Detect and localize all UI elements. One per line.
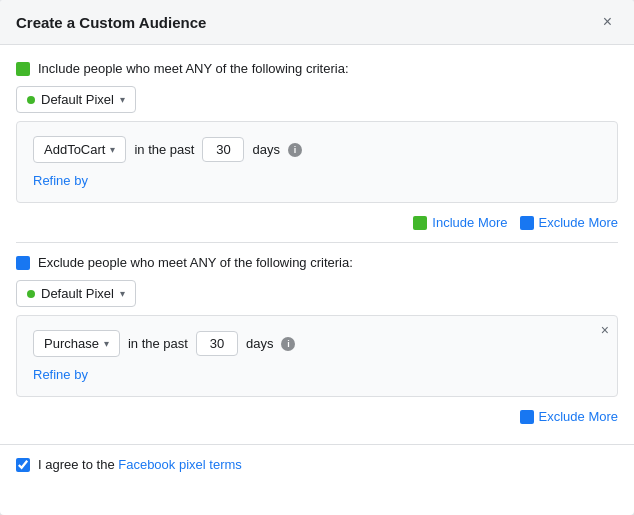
include-days-label: days bbox=[252, 142, 279, 157]
include-section-header: Include people who meet ANY of the follo… bbox=[16, 61, 618, 76]
include-section-label: Include people who meet ANY of the follo… bbox=[38, 61, 349, 76]
include-section: Include people who meet ANY of the follo… bbox=[16, 61, 618, 203]
include-pixel-button[interactable]: Default Pixel ▾ bbox=[16, 86, 136, 113]
exclude-criteria-row: Purchase ▾ in the past days i bbox=[33, 330, 601, 357]
exclude-event-label: Purchase bbox=[44, 336, 99, 351]
exclude-section-label: Exclude people who meet ANY of the follo… bbox=[38, 255, 353, 270]
include-more-icon bbox=[413, 216, 427, 230]
include-actions-row: Include More Exclude More bbox=[16, 215, 618, 230]
footer-text: I agree to the Facebook pixel terms bbox=[38, 457, 242, 472]
modal-footer: I agree to the Facebook pixel terms bbox=[0, 444, 634, 484]
include-refine-link[interactable]: Refine by bbox=[33, 173, 88, 188]
footer-agree-text: I agree to the bbox=[38, 457, 118, 472]
include-event-button[interactable]: AddToCart ▾ bbox=[33, 136, 126, 163]
exclude-in-past-text: in the past bbox=[128, 336, 188, 351]
exclude-more-label-top: Exclude More bbox=[539, 215, 618, 230]
section-divider bbox=[16, 242, 618, 243]
exclude-pixel-selector-row: Default Pixel ▾ bbox=[16, 280, 618, 307]
exclude-actions-row: Exclude More bbox=[16, 409, 618, 424]
exclude-icon bbox=[16, 256, 30, 270]
exclude-info-icon: i bbox=[281, 337, 295, 351]
exclude-more-link-top[interactable]: Exclude More bbox=[520, 215, 618, 230]
exclude-more-icon-bottom bbox=[520, 410, 534, 424]
modal-title: Create a Custom Audience bbox=[16, 14, 206, 31]
exclude-pixel-chevron: ▾ bbox=[120, 288, 125, 299]
exclude-criteria-box-close[interactable]: × bbox=[601, 322, 609, 338]
exclude-pixel-button[interactable]: Default Pixel ▾ bbox=[16, 280, 136, 307]
modal-body: Include people who meet ANY of the follo… bbox=[0, 45, 634, 444]
include-pixel-label: Default Pixel bbox=[41, 92, 114, 107]
include-pixel-chevron: ▾ bbox=[120, 94, 125, 105]
exclude-more-icon-top bbox=[520, 216, 534, 230]
exclude-section: Exclude people who meet ANY of the follo… bbox=[16, 255, 618, 397]
include-event-chevron: ▾ bbox=[110, 144, 115, 155]
include-criteria-row: AddToCart ▾ in the past days i bbox=[33, 136, 601, 163]
facebook-pixel-terms-link[interactable]: Facebook pixel terms bbox=[118, 457, 242, 472]
include-in-past-text: in the past bbox=[134, 142, 194, 157]
include-event-label: AddToCart bbox=[44, 142, 105, 157]
exclude-days-input[interactable] bbox=[196, 331, 238, 356]
include-days-input[interactable] bbox=[202, 137, 244, 162]
exclude-more-link-bottom[interactable]: Exclude More bbox=[520, 409, 618, 424]
include-pixel-dot bbox=[27, 96, 35, 104]
include-more-link[interactable]: Include More bbox=[413, 215, 507, 230]
terms-checkbox[interactable] bbox=[16, 458, 30, 472]
exclude-pixel-label: Default Pixel bbox=[41, 286, 114, 301]
exclude-refine-link[interactable]: Refine by bbox=[33, 367, 88, 382]
exclude-days-label: days bbox=[246, 336, 273, 351]
exclude-section-header: Exclude people who meet ANY of the follo… bbox=[16, 255, 618, 270]
include-pixel-selector-row: Default Pixel ▾ bbox=[16, 86, 618, 113]
include-criteria-box: AddToCart ▾ in the past days i Refine by bbox=[16, 121, 618, 203]
exclude-pixel-dot bbox=[27, 290, 35, 298]
include-icon bbox=[16, 62, 30, 76]
modal-close-button[interactable]: × bbox=[597, 12, 618, 32]
modal-header: Create a Custom Audience × bbox=[0, 0, 634, 45]
modal: Create a Custom Audience × Include peopl… bbox=[0, 0, 634, 515]
exclude-event-chevron: ▾ bbox=[104, 338, 109, 349]
include-info-icon: i bbox=[288, 143, 302, 157]
exclude-event-button[interactable]: Purchase ▾ bbox=[33, 330, 120, 357]
include-more-label: Include More bbox=[432, 215, 507, 230]
exclude-criteria-box: × Purchase ▾ in the past days i Refine b… bbox=[16, 315, 618, 397]
exclude-more-label-bottom: Exclude More bbox=[539, 409, 618, 424]
